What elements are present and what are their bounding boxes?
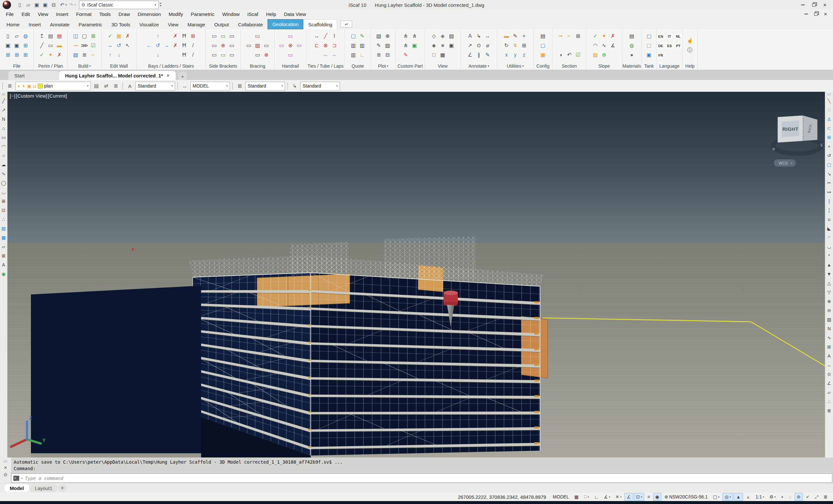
command-grip[interactable] xyxy=(4,460,7,463)
config-book-icon[interactable]: ▤ xyxy=(539,32,547,40)
bay-left-icon[interactable]: ← xyxy=(145,41,153,50)
break-at-point-icon[interactable]: | xyxy=(826,196,833,206)
mirror-icon[interactable]: ∆ xyxy=(826,115,833,124)
bracket-corner-icon[interactable]: ▭ xyxy=(228,32,236,40)
compass-n-label[interactable]: N xyxy=(772,147,775,151)
slope-arc-icon[interactable]: ◠ xyxy=(592,41,599,50)
group-icon[interactable]: ⊕ xyxy=(826,297,833,306)
panel-label-custom-part[interactable]: Custom Part xyxy=(396,63,425,70)
edit-hatch-icon[interactable]: ▨ xyxy=(826,315,833,324)
menu-iscaf[interactable]: iScaf xyxy=(243,10,262,18)
save-as-icon[interactable]: ▣ xyxy=(13,41,21,50)
edit-array-icon[interactable]: ⊞ xyxy=(826,342,833,352)
grid-toggle-button[interactable]: ▦ xyxy=(572,493,581,501)
dim-diameter-icon[interactable]: ⌀ xyxy=(484,41,492,50)
lap-right-icon[interactable]: ⊐ xyxy=(331,41,338,50)
toolbar-grip[interactable] xyxy=(177,82,178,90)
config-building-icon[interactable]: ▦ xyxy=(539,51,547,59)
view-box-icon[interactable]: ■ xyxy=(439,41,447,50)
save-icon[interactable]: ▣ xyxy=(4,41,12,50)
tab-3d-tools[interactable]: 3D Tools xyxy=(107,20,135,29)
slope-node-check-icon[interactable]: ⊚ xyxy=(600,51,608,59)
draw-line-icon[interactable]: ╱ xyxy=(0,96,7,105)
array-icon[interactable]: ⊞ xyxy=(826,133,833,142)
revision-cloud-icon[interactable]: ☁ xyxy=(0,160,7,169)
bracket-left-icon[interactable]: ▭ xyxy=(211,41,218,50)
insert-block-icon[interactable]: ⊞ xyxy=(0,196,7,206)
part-rotate-icon[interactable]: ⋔ xyxy=(411,32,419,40)
plan-rectangle-icon[interactable]: ▭ xyxy=(47,41,55,50)
polyline-icon[interactable]: N xyxy=(0,115,7,124)
undo-dropdown-icon[interactable]: ▾ xyxy=(65,3,67,6)
quote-doc-icon[interactable]: ▥ xyxy=(358,41,366,50)
bring-to-front-icon[interactable]: ▲ xyxy=(826,260,833,269)
menu-data-view[interactable]: Data View xyxy=(280,10,310,18)
slope-delete-icon[interactable]: ✗ xyxy=(609,32,617,40)
section-undo-icon[interactable]: ↶ xyxy=(566,51,573,59)
view-gem-icon[interactable]: ◈ xyxy=(430,41,438,50)
new-layout-button[interactable]: + xyxy=(58,484,67,491)
toolbar-grip[interactable] xyxy=(232,82,234,90)
text-edit-icon[interactable]: A xyxy=(466,32,474,40)
tab-parametric[interactable]: Parametric xyxy=(74,20,107,29)
workspace-switch-button[interactable]: ⚙▾ xyxy=(767,493,778,501)
dim-linear-icon[interactable]: ↔ xyxy=(484,32,492,40)
measure-quote-icon[interactable]: ∟ xyxy=(358,51,366,59)
menu-insert[interactable]: Insert xyxy=(52,10,72,18)
viewport-3d-scene[interactable]: Z Y N E RIGHT BACK WCS ▼ xyxy=(7,92,825,457)
geolocation-pin-button[interactable]: ◉ xyxy=(653,493,662,501)
send-under-icon[interactable]: ▽ xyxy=(826,288,833,297)
bay-right-icon[interactable]: → xyxy=(163,41,170,50)
geolocation-live-button[interactable]: ✔ xyxy=(803,493,812,501)
slope-curve-icon[interactable]: ∿ xyxy=(600,41,608,50)
pdf-file-icon[interactable]: ▤ xyxy=(56,32,64,40)
dwg-file-icon[interactable]: ▤ xyxy=(47,32,55,40)
viewport-visual-style-control[interactable]: [Current] xyxy=(48,93,67,99)
tab-insert[interactable]: Insert xyxy=(24,20,46,29)
delete-wall-icon[interactable]: ✗ xyxy=(124,32,132,40)
doc-tab-active[interactable]: Hung Layher Scaffol... Model corrected_1… xyxy=(59,71,176,80)
save-web-icon[interactable]: ◍ xyxy=(22,32,30,40)
ucs-y-icon[interactable]: y xyxy=(511,51,519,59)
viewport-view-control[interactable]: [Custom View] xyxy=(16,93,47,99)
construction-line-icon[interactable]: ↗ xyxy=(0,105,7,115)
menu-parametric[interactable]: Parametric xyxy=(187,10,218,18)
delete-bracket-icon[interactable]: ⊗ xyxy=(219,41,227,50)
qat-save-as-button[interactable]: ▣ xyxy=(41,1,49,9)
region-icon[interactable]: ▱ xyxy=(0,242,7,251)
annotation-autoscale-button[interactable]: ▲ xyxy=(743,493,753,501)
delete-ladder-icon[interactable]: ✗ xyxy=(171,41,179,50)
select-quote-icon[interactable]: ▢ xyxy=(350,32,357,40)
restore-button[interactable] xyxy=(809,1,819,8)
section-confirm-icon[interactable]: ☑ xyxy=(574,51,582,59)
brace-right-icon[interactable]: ▭ xyxy=(263,41,270,50)
stair-icon-2[interactable]: / xyxy=(189,51,197,59)
compass-e-label[interactable]: E xyxy=(820,143,823,147)
graphics-performance-button[interactable]: ⊘ xyxy=(794,493,803,501)
recent-commands-icon[interactable]: ▾ xyxy=(21,477,23,480)
toolbar-grip[interactable] xyxy=(827,93,831,96)
panel-label-file[interactable]: File xyxy=(0,63,33,70)
redo-dropdown-icon[interactable]: ▾ xyxy=(74,3,76,6)
stair-icon[interactable]: / xyxy=(189,41,197,50)
menu-file[interactable]: File xyxy=(2,10,18,18)
arc-icon[interactable]: ◠ xyxy=(0,142,7,151)
ungroup-icon[interactable]: ⊖ xyxy=(826,306,833,315)
help-info-icon[interactable]: ⓘ xyxy=(686,46,694,54)
brace-diagonal-icon[interactable]: ▨ xyxy=(254,41,262,50)
list-icon[interactable]: ≣ xyxy=(826,406,833,415)
polygon-icon[interactable]: ⌂ xyxy=(0,124,7,133)
section-view-icon[interactable]: ◑ xyxy=(557,51,565,59)
materials-sphere-icon[interactable]: ● xyxy=(628,51,636,59)
slope-hatch-icon[interactable]: ▨ xyxy=(592,51,599,59)
brace-left-icon[interactable]: ▭ xyxy=(245,41,253,50)
toolbar-grip[interactable] xyxy=(2,93,5,96)
break-icon[interactable]: ¦ xyxy=(826,206,833,215)
viewport-menu-control[interactable]: [−] xyxy=(10,93,15,99)
bay-down-icon[interactable]: ↓ xyxy=(154,51,162,59)
view-cube-a-icon[interactable]: □ xyxy=(430,51,438,59)
measure-plan-icon[interactable]: ▬ xyxy=(56,41,64,50)
panel-label-slope[interactable]: Slope xyxy=(586,63,622,70)
new-drawing-icon[interactable]: ▯ xyxy=(4,32,12,40)
materials-globe-icon[interactable]: ◍ xyxy=(628,41,636,50)
